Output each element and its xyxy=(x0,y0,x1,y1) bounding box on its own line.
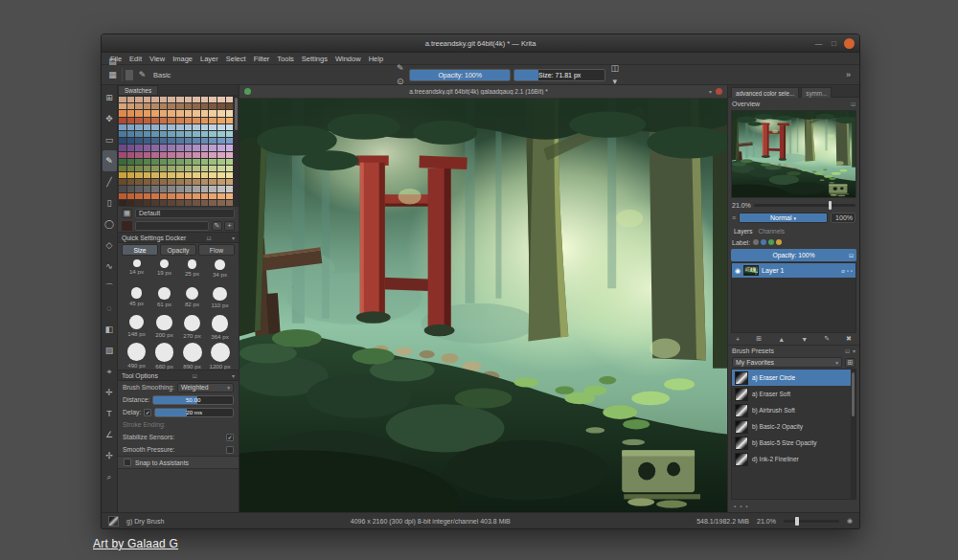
palette-swatch[interactable] xyxy=(217,159,225,165)
palette-swatch[interactable] xyxy=(151,118,159,123)
palette-swatch[interactable] xyxy=(135,145,143,150)
palette-swatch[interactable] xyxy=(176,103,184,109)
palette-swatch[interactable] xyxy=(144,103,151,109)
zoom-tool[interactable]: ⌕ xyxy=(103,466,117,487)
fill-tool[interactable]: ◧ xyxy=(103,319,117,340)
palette-swatch[interactable] xyxy=(151,103,159,109)
palette-swatch[interactable] xyxy=(127,179,135,185)
label-color-dot[interactable] xyxy=(768,239,774,245)
palette-swatch[interactable] xyxy=(185,103,193,109)
palette-swatch[interactable] xyxy=(144,138,151,144)
brush-preset-row[interactable]: a) Eraser Circle xyxy=(732,370,855,386)
tool-options-float-icon[interactable]: ⊡ xyxy=(193,372,197,379)
palette-swatch[interactable] xyxy=(209,193,217,199)
brush-size-preset[interactable]: 14 px xyxy=(123,258,150,284)
layer-opacity-band[interactable]: Opacity: 100% ⊡ xyxy=(731,249,856,261)
palette-swatch[interactable] xyxy=(168,138,175,144)
fullscreen-icon[interactable]: ◉ xyxy=(847,517,853,525)
palette-swatch[interactable] xyxy=(160,152,168,158)
palette-swatch[interactable] xyxy=(176,110,184,116)
toolbar-overflow-icon[interactable]: » xyxy=(842,68,855,81)
save-document-icon[interactable]: ▦ xyxy=(106,68,119,81)
palette-swatch[interactable] xyxy=(135,131,143,137)
brush-preset-row[interactable]: b) Basic-2 Opacity xyxy=(732,418,855,435)
palette-swatch[interactable] xyxy=(201,131,209,137)
palette-swatch[interactable] xyxy=(151,166,159,171)
color-palette-grid[interactable] xyxy=(118,96,234,207)
line-tool[interactable]: ╱ xyxy=(103,171,117,192)
qs-tab-size[interactable]: Size xyxy=(122,244,158,256)
palette-swatch[interactable] xyxy=(127,138,135,144)
canvas-painting[interactable] xyxy=(240,99,727,512)
palette-swatch[interactable] xyxy=(127,145,135,150)
palette-swatch[interactable] xyxy=(176,152,184,158)
palette-swatch[interactable] xyxy=(217,166,225,171)
palette-swatch[interactable] xyxy=(135,152,143,158)
palette-swatch[interactable] xyxy=(160,179,168,185)
palette-swatch[interactable] xyxy=(127,172,135,178)
duplicate-layer-button[interactable]: ⊞ xyxy=(756,335,762,343)
palette-swatch[interactable] xyxy=(185,186,193,191)
palette-swatch[interactable] xyxy=(176,186,184,191)
palette-swatch[interactable] xyxy=(119,186,126,191)
palette-swatch[interactable] xyxy=(176,97,184,102)
palette-swatch[interactable] xyxy=(151,186,159,191)
palette-swatch[interactable] xyxy=(185,179,193,185)
subtab-layers[interactable]: Layers xyxy=(734,228,753,235)
layer-opacity-stepper[interactable]: 100% xyxy=(831,213,855,223)
palette-swatch[interactable] xyxy=(127,131,135,137)
palette-swatch[interactable] xyxy=(151,138,159,144)
document-menu-icon[interactable]: ▾ xyxy=(709,88,712,95)
palette-swatch[interactable] xyxy=(209,97,217,102)
palette-swatch[interactable] xyxy=(135,159,143,165)
palette-swatch[interactable] xyxy=(209,166,217,171)
palette-swatch[interactable] xyxy=(201,159,209,165)
palette-swatch[interactable] xyxy=(217,193,225,199)
palette-swatch[interactable] xyxy=(160,145,168,150)
palette-swatch[interactable] xyxy=(127,124,135,130)
palette-swatch[interactable] xyxy=(168,97,175,102)
palette-swatch[interactable] xyxy=(201,118,209,123)
palette-swatch[interactable] xyxy=(144,166,151,171)
palette-swatch[interactable] xyxy=(160,131,168,137)
palette-swatch[interactable] xyxy=(176,159,184,165)
palette-swatch[interactable] xyxy=(135,118,143,123)
palette-swatch[interactable] xyxy=(209,186,217,191)
palette-swatch[interactable] xyxy=(185,200,193,206)
polygon-tool[interactable]: ◇ xyxy=(103,235,117,256)
palette-swatch[interactable] xyxy=(226,172,234,178)
palette-swatch[interactable] xyxy=(168,124,175,130)
palette-swatch[interactable] xyxy=(185,118,193,123)
palette-swatch[interactable] xyxy=(168,110,175,116)
preset-list-scrollbar[interactable] xyxy=(851,370,855,499)
freehand-selection-tool[interactable]: ◌ xyxy=(103,298,117,319)
brush-size-preset[interactable]: 45 px xyxy=(123,286,150,312)
brush-preset-row[interactable]: a) Eraser Soft xyxy=(732,386,855,402)
palette-swatch[interactable] xyxy=(160,124,168,130)
background-color-chooser[interactable] xyxy=(131,70,133,80)
palette-swatch[interactable] xyxy=(144,131,151,137)
palette-swatch[interactable] xyxy=(201,172,209,178)
footer-dot-icon[interactable]: ▪ xyxy=(734,504,736,509)
palette-swatch[interactable] xyxy=(226,193,234,199)
brush-size-preset[interactable]: 1200 px xyxy=(206,342,234,368)
palette-swatch[interactable] xyxy=(193,118,200,123)
palette-swatch[interactable] xyxy=(201,103,209,109)
palette-swatch[interactable] xyxy=(160,193,168,199)
palette-swatch[interactable] xyxy=(209,145,217,150)
layer-properties-button[interactable]: ✎ xyxy=(824,335,830,343)
opacity-slider[interactable]: Opacity: 100% xyxy=(409,69,511,81)
add-layer-button[interactable]: + xyxy=(736,336,740,343)
distance-slider[interactable]: 50.00 xyxy=(152,395,234,405)
palette-swatch[interactable] xyxy=(209,172,217,178)
palette-swatch[interactable] xyxy=(135,186,143,191)
palette-swatch[interactable] xyxy=(127,159,135,165)
palette-swatch[interactable] xyxy=(226,138,234,144)
palette-swatch[interactable] xyxy=(119,103,126,109)
menu-image[interactable]: Image xyxy=(169,55,196,63)
palette-swatch[interactable] xyxy=(127,152,135,158)
brush-size-preset[interactable]: 82 px xyxy=(178,286,206,312)
palette-swatch[interactable] xyxy=(127,103,135,109)
label-color-dot[interactable] xyxy=(753,239,759,245)
palette-swatch[interactable] xyxy=(193,152,200,158)
